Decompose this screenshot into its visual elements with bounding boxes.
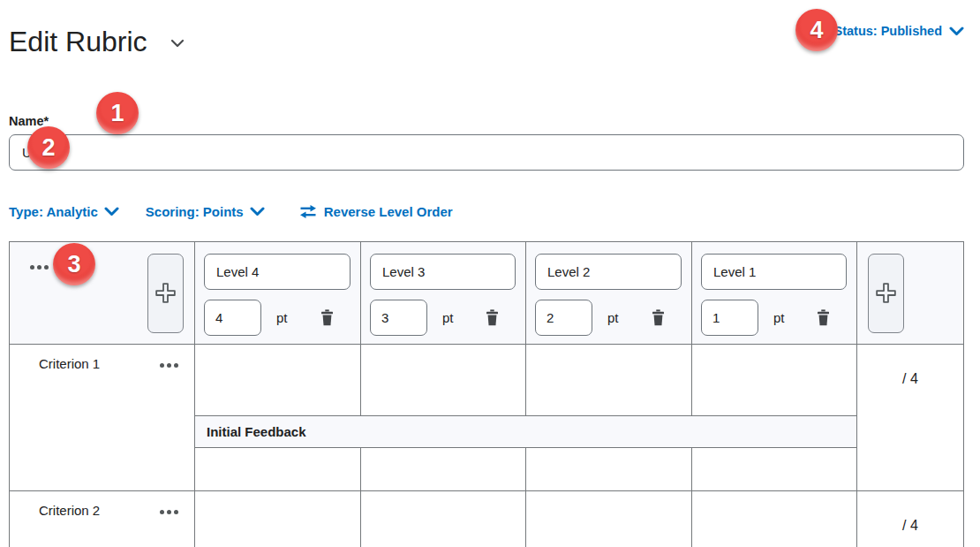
level-description-cell[interactable] <box>692 491 857 547</box>
level-points-row: pt <box>535 300 682 336</box>
criterion-cell: Criterion 1 <box>10 345 195 491</box>
level-description-cell[interactable] <box>526 491 692 547</box>
rubric-table: pt pt pt <box>9 241 964 547</box>
status-dropdown[interactable]: Status: Published <box>834 24 964 38</box>
trash-icon <box>815 308 832 327</box>
criterion-score-cell: / 4 <box>857 491 963 547</box>
criterion-out-of: / 4 <box>902 518 918 547</box>
chevron-down-icon <box>949 27 964 36</box>
criterion-name[interactable]: Criterion 2 <box>39 503 100 518</box>
trash-icon <box>650 308 667 327</box>
level-description-cell[interactable] <box>361 345 526 416</box>
status-label: Status: Published <box>834 24 942 38</box>
points-unit-label: pt <box>773 310 785 325</box>
trash-icon <box>484 308 501 327</box>
swap-arrows-icon <box>298 204 318 219</box>
level-description-cell[interactable] <box>526 345 692 416</box>
reverse-label: Reverse Level Order <box>324 204 453 219</box>
chevron-down-icon <box>170 39 185 49</box>
feedback-entry-cell[interactable] <box>195 448 361 491</box>
level-name-input[interactable] <box>535 254 682 290</box>
level-name-input[interactable] <box>701 254 847 290</box>
rubric-toolbar: Type: Analytic Scoring: Points Reverse L… <box>9 202 964 221</box>
scoring-label: Scoring: Points <box>146 204 244 219</box>
type-dropdown[interactable]: Type: Analytic <box>9 204 119 219</box>
name-field-label: Name* <box>9 114 964 128</box>
score-header-cell <box>857 242 963 345</box>
level-header-cell: pt <box>361 242 526 345</box>
criterion-overflow-menu-icon[interactable] <box>160 510 178 514</box>
plus-icon <box>874 281 898 305</box>
points-unit-label: pt <box>276 310 288 325</box>
add-level-left-button[interactable] <box>147 254 184 333</box>
level-name-input[interactable] <box>204 254 351 290</box>
level-points-input[interactable] <box>370 300 427 336</box>
level-description-cell[interactable] <box>195 491 361 547</box>
chevron-down-icon <box>104 207 119 217</box>
criterion-overflow-menu-icon[interactable] <box>160 363 178 368</box>
add-level-right-button[interactable] <box>868 254 904 333</box>
plus-icon <box>154 281 177 305</box>
annotation-badge-4: 4 <box>795 9 838 51</box>
level-points-row: pt <box>370 300 516 336</box>
criterion-cell: Criterion 2 <box>10 491 195 547</box>
level-header-cell: pt <box>526 242 692 345</box>
level-name-input[interactable] <box>370 254 516 290</box>
level-points-input[interactable] <box>204 300 261 336</box>
level-header-cell: pt <box>692 242 857 345</box>
title-dropdown-button[interactable] <box>169 36 186 53</box>
delete-level-button[interactable] <box>482 307 502 329</box>
criteria-overflow-menu-icon[interactable] <box>30 265 49 270</box>
delete-level-button[interactable] <box>813 307 833 329</box>
level-points-row: pt <box>204 300 351 336</box>
delete-level-button[interactable] <box>648 307 668 329</box>
level-description-cell[interactable] <box>195 345 361 416</box>
annotation-badge-2: 2 <box>27 126 70 169</box>
type-label: Type: Analytic <box>9 204 98 219</box>
delete-level-button[interactable] <box>317 307 337 329</box>
name-input[interactable] <box>9 134 964 171</box>
scoring-dropdown[interactable]: Scoring: Points <box>146 204 265 219</box>
level-points-input[interactable] <box>535 300 592 336</box>
reverse-level-order-button[interactable]: Reverse Level Order <box>298 204 453 219</box>
annotation-badge-1: 1 <box>96 92 139 134</box>
points-unit-label: pt <box>607 310 619 325</box>
criteria-header-cell <box>10 242 195 345</box>
feedback-entry-cell[interactable] <box>361 448 526 491</box>
level-points-row: pt <box>701 300 847 336</box>
edit-rubric-page: Edit Rubric Status: Published Name* Type… <box>0 7 980 547</box>
trash-icon <box>319 308 335 327</box>
level-description-cell[interactable] <box>692 345 857 416</box>
criterion-out-of: / 4 <box>902 371 918 490</box>
criterion-score-cell: / 4 <box>857 345 963 491</box>
page-title: Edit Rubric <box>9 26 147 57</box>
level-points-input[interactable] <box>701 300 758 336</box>
initial-feedback-cell[interactable]: Initial Feedback <box>195 416 857 448</box>
level-description-cell[interactable] <box>361 491 526 547</box>
feedback-entry-cell[interactable] <box>692 448 857 491</box>
criterion-name[interactable]: Criterion 1 <box>39 356 100 371</box>
feedback-entry-cell[interactable] <box>526 448 692 491</box>
initial-feedback-label: Initial Feedback <box>207 424 306 439</box>
points-unit-label: pt <box>442 310 454 325</box>
level-header-cell: pt <box>195 242 361 345</box>
annotation-badge-3: 3 <box>53 243 95 285</box>
chevron-down-icon <box>250 207 265 217</box>
